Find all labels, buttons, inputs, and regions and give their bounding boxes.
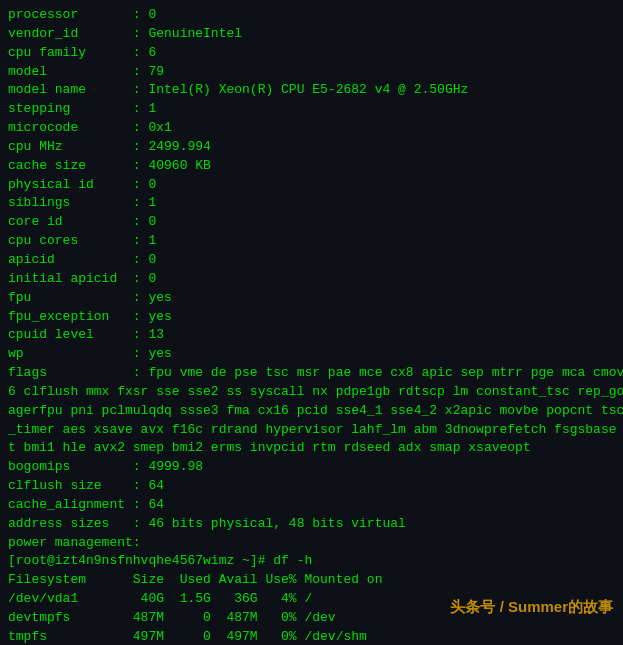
terminal-line: core id : 0: [8, 213, 615, 232]
terminal-line: flags : fpu vme de pse tsc msr pae mce c…: [8, 364, 615, 383]
terminal-line: cpuid level : 13: [8, 326, 615, 345]
terminal-line: address sizes : 46 bits physical, 48 bit…: [8, 515, 615, 534]
terminal-line: wp : yes: [8, 345, 615, 364]
terminal-line: bogomips : 4999.98: [8, 458, 615, 477]
terminal-line: model name : Intel(R) Xeon(R) CPU E5-268…: [8, 81, 615, 100]
terminal-line: physical id : 0: [8, 176, 615, 195]
terminal-line: clflush size : 64: [8, 477, 615, 496]
terminal-line: siblings : 1: [8, 194, 615, 213]
terminal-line: power management:: [8, 534, 615, 553]
terminal-line: 6 clflush mmx fxsr sse sse2 ss syscall n…: [8, 383, 615, 402]
terminal-line: devtmpfs 487M 0 487M 0% /dev: [8, 609, 615, 628]
terminal-line: agerfpu pni pclmulqdq ssse3 fma cx16 pci…: [8, 402, 615, 421]
terminal-line: stepping : 1: [8, 100, 615, 119]
terminal-line: cpu family : 6: [8, 44, 615, 63]
terminal-window: processor : 0vendor_id : GenuineIntelcpu…: [0, 0, 623, 645]
terminal-line: processor : 0: [8, 6, 615, 25]
terminal-line: cpu cores : 1: [8, 232, 615, 251]
terminal-content: processor : 0vendor_id : GenuineIntelcpu…: [8, 6, 615, 645]
terminal-line: _timer aes xsave avx f16c rdrand hypervi…: [8, 421, 615, 440]
terminal-line: cache size : 40960 KB: [8, 157, 615, 176]
terminal-line: tmpfs 497M 0 497M 0% /dev/shm: [8, 628, 615, 645]
terminal-line: /dev/vda1 40G 1.5G 36G 4% /: [8, 590, 615, 609]
terminal-line: t bmi1 hle avx2 smep bmi2 erms invpcid r…: [8, 439, 615, 458]
terminal-line: apicid : 0: [8, 251, 615, 270]
terminal-line: fpu_exception : yes: [8, 308, 615, 327]
terminal-line: vendor_id : GenuineIntel: [8, 25, 615, 44]
terminal-line: fpu : yes: [8, 289, 615, 308]
terminal-line: Filesystem Size Used Avail Use% Mounted …: [8, 571, 615, 590]
terminal-line: [root@izt4n9nsfnhvqhe4567wimz ~]# df -h: [8, 552, 615, 571]
terminal-line: cache_alignment : 64: [8, 496, 615, 515]
terminal-line: model : 79: [8, 63, 615, 82]
terminal-line: initial apicid : 0: [8, 270, 615, 289]
terminal-line: cpu MHz : 2499.994: [8, 138, 615, 157]
terminal-line: microcode : 0x1: [8, 119, 615, 138]
